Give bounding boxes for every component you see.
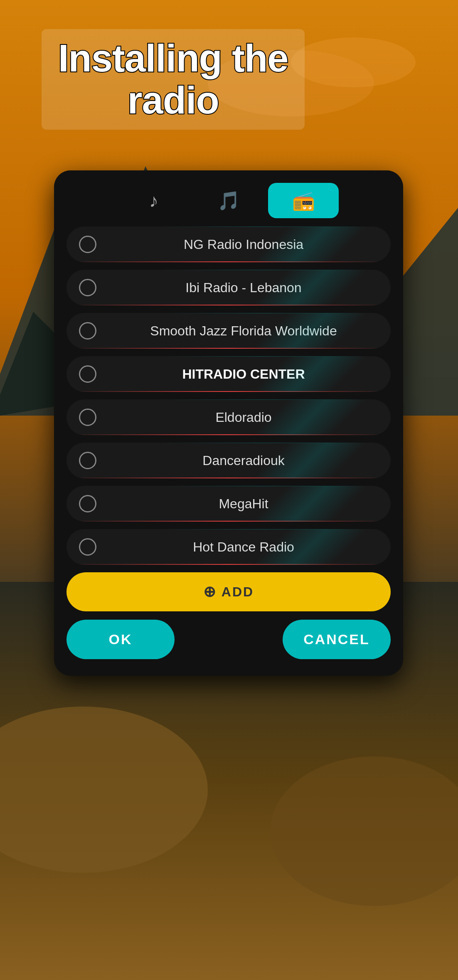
cancel-button[interactable]: CANCEL — [283, 620, 391, 659]
radio-station-item-3[interactable]: Smooth Jazz Florida Worldwide — [66, 313, 391, 349]
radio-dialog: ♪ 🎵 📻 NG Radio Indonesia Ibi Radio - Leb… — [54, 170, 403, 676]
radio-select-circle-6[interactable] — [79, 452, 96, 469]
radio-station-item-8[interactable]: Hot Dance Radio — [66, 529, 391, 565]
item-wave-deco — [229, 529, 391, 565]
tab-radio[interactable]: 📻 — [268, 183, 339, 218]
radio-select-circle-2[interactable] — [79, 279, 96, 296]
ok-button[interactable]: OK — [66, 620, 175, 659]
radio-icon: 📻 — [292, 190, 315, 212]
radio-select-circle-3[interactable] — [79, 322, 96, 340]
tab-file[interactable]: 🎵 — [193, 183, 264, 218]
radio-station-item-5[interactable]: Eldoradio — [66, 399, 391, 435]
radio-select-circle-4[interactable] — [79, 365, 96, 383]
item-wave-deco — [229, 227, 391, 262]
item-wave-deco — [229, 313, 391, 349]
title-area: Installing the radio — [42, 29, 305, 130]
item-wave-deco — [229, 443, 391, 478]
item-wave-deco — [229, 356, 391, 392]
page-title: Installing the radio — [58, 37, 288, 121]
file-music-icon: 🎵 — [217, 190, 240, 212]
music-note-icon: ♪ — [149, 190, 158, 211]
radio-select-circle-5[interactable] — [79, 409, 96, 426]
add-button-label: ADD — [222, 584, 254, 600]
tab-bar: ♪ 🎵 📻 — [54, 170, 403, 227]
item-wave-deco — [229, 399, 391, 435]
tab-music[interactable]: ♪ — [118, 183, 189, 218]
radio-station-item-4[interactable]: HITRADIO CENTER — [66, 356, 391, 392]
radio-station-item-1[interactable]: NG Radio Indonesia — [66, 227, 391, 262]
item-wave-deco — [229, 486, 391, 522]
item-wave-deco — [229, 270, 391, 305]
add-circle-icon: ⊕ — [203, 583, 216, 601]
radio-station-item-6[interactable]: Danceradiouk — [66, 443, 391, 478]
radio-select-circle-7[interactable] — [79, 495, 96, 512]
add-station-button[interactable]: ⊕ ADD — [66, 572, 391, 611]
radio-select-circle-1[interactable] — [79, 236, 96, 253]
svg-point-7 — [291, 37, 416, 87]
radio-station-item-7[interactable]: MegaHit — [66, 486, 391, 522]
radio-select-circle-8[interactable] — [79, 538, 96, 556]
action-buttons: OK CANCEL — [54, 620, 403, 659]
radio-station-item-2[interactable]: Ibi Radio - Lebanon — [66, 270, 391, 305]
radio-station-list: NG Radio Indonesia Ibi Radio - Lebanon S… — [54, 227, 403, 565]
